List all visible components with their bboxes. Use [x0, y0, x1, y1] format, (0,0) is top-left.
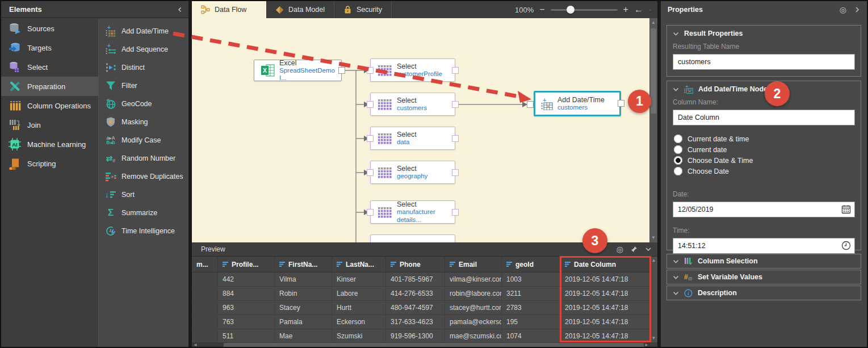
tool-item-remove-duplicates[interactable]: Remove Duplicates [99, 167, 188, 186]
column-header[interactable]: LastNa... [332, 257, 386, 272]
sidebar-item-machine-learning[interactable]: AI Machine Learning [1, 135, 98, 154]
preview-horizontal-scrollbar[interactable]: ◄ ► [192, 342, 650, 348]
tool-item-time-intelligence[interactable]: Time Intelligence [99, 222, 188, 240]
section-set-variable-values[interactable]: #@ Set Variable Values [666, 270, 861, 284]
zoom-in-button[interactable]: + [623, 5, 628, 14]
radio-circle-selected[interactable] [674, 156, 682, 165]
scroll-up-icon[interactable]: ▲ [650, 257, 657, 264]
sidebar-item-select[interactable]: Select [1, 57, 98, 77]
radio-circle[interactable] [674, 167, 682, 175]
scroll-left-icon[interactable]: ◄ [193, 342, 198, 348]
calendar-icon[interactable] [841, 204, 851, 214]
node-select-customers[interactable]: Select customers [370, 93, 455, 116]
scroll-right-icon[interactable]: ► [644, 342, 649, 348]
chevron-down-icon [673, 87, 679, 92]
port-output[interactable] [452, 101, 459, 108]
hscroll-thumb[interactable] [224, 343, 644, 347]
tool-item-modify-case[interactable]: a▸AB◂b Modify Case [99, 131, 188, 149]
preview-vertical-scrollbar[interactable]: ▲ ▼ [650, 257, 657, 342]
scroll-down-icon[interactable]: ▼ [649, 234, 657, 241]
port-input[interactable] [367, 67, 374, 74]
section-header-result-properties[interactable]: Result Properties [667, 26, 861, 41]
node-excel-source[interactable]: X Excel SpreadSheetDemo I... [254, 60, 342, 81]
sidebar-item-scripting[interactable]: Scripting [1, 154, 98, 173]
radio-circle[interactable] [674, 135, 682, 143]
tool-item-sort[interactable]: ↓ Sort [99, 186, 188, 204]
column-header[interactable]: FirstNa... [275, 257, 332, 272]
pin-icon[interactable] [631, 246, 638, 253]
cell: Eckerson [332, 315, 386, 329]
scroll-down-icon[interactable]: ▼ [650, 335, 657, 342]
port-output[interactable] [452, 169, 459, 176]
sidebar-item-column-operations[interactable]: Column Operations [1, 96, 98, 115]
collapse-preview-icon[interactable] [645, 246, 652, 252]
canvas-scrollbar-thumb[interactable] [651, 28, 656, 114]
section-description[interactable]: i Description [666, 286, 861, 300]
scroll-up-icon[interactable]: ▲ [649, 19, 657, 26]
zoom-slider[interactable] [551, 9, 618, 11]
node-select-geography[interactable]: Select geography [370, 161, 455, 184]
column-header[interactable]: Profile... [218, 257, 275, 272]
dataflow-canvas[interactable]: X Excel SpreadSheetDemo I... Select cust… [192, 18, 657, 242]
section-header-add-datetime-node[interactable]: + Add Date/Time Node [667, 81, 861, 97]
tool-item-add-datetime[interactable]: + Add Date/Time [99, 22, 188, 40]
port-input[interactable] [367, 209, 374, 216]
port-adddt-output[interactable] [618, 100, 624, 107]
column-header[interactable]: geoId [502, 257, 560, 272]
radio-current-date[interactable]: Current date [674, 145, 861, 154]
tab-security[interactable]: Security [334, 1, 392, 18]
node-add-datetime[interactable]: + Add Date/Time customers [534, 91, 621, 116]
properties-watch-icon[interactable]: ◎ [840, 6, 846, 14]
port-input[interactable] [367, 169, 374, 176]
tool-item-distinct[interactable]: Distinct [99, 58, 188, 77]
cell [192, 315, 218, 329]
tool-item-summarize[interactable]: Σ Summarize [99, 204, 188, 222]
column-header[interactable]: m... [192, 257, 218, 272]
column-header[interactable]: Phone [386, 257, 445, 272]
radio-choose-date-time[interactable]: Choose Date & Time [674, 156, 861, 165]
port-output[interactable] [452, 67, 459, 74]
port-input[interactable] [367, 135, 374, 142]
port-excel-output[interactable] [338, 67, 345, 74]
section-column-selection[interactable]: ✓ Column Selection [666, 254, 861, 269]
tab-data-model[interactable]: Data Model [266, 1, 334, 18]
radio-circle[interactable] [674, 145, 682, 154]
sidebar-item-targets[interactable]: Targets [1, 38, 98, 57]
tool-item-masking[interactable]: Masking [99, 113, 188, 131]
column-name-input[interactable]: Date Column [673, 110, 855, 125]
tool-item-label: Distinct [121, 64, 145, 72]
select-grid-icon [378, 132, 392, 145]
port-output[interactable] [452, 135, 459, 142]
resulting-table-name-input[interactable]: customers [673, 54, 855, 70]
time-input[interactable]: 14:51:12 [673, 238, 855, 254]
zoom-slider-thumb[interactable] [567, 6, 575, 14]
radio-choose-date[interactable]: Choose Date [674, 167, 861, 175]
collapse-properties-icon[interactable] [854, 6, 860, 13]
radio-current-date-time[interactable]: Current date & time [674, 135, 861, 143]
zoom-out-button[interactable]: − [539, 5, 544, 14]
sidebar-item-sources[interactable]: Sources [1, 19, 98, 38]
cell: Mae [275, 329, 332, 343]
node-select-customerprofile[interactable]: Select customerProfile [370, 58, 455, 82]
sidebar-item-preparation[interactable]: Preparation [1, 77, 98, 96]
port-adddt-input[interactable] [527, 101, 534, 108]
tool-item-add-sequence[interactable]: + Add Sequence [99, 40, 188, 58]
port-input[interactable] [367, 101, 374, 108]
canvas-vertical-scrollbar[interactable]: ▲ ▼ [649, 18, 657, 242]
clock-icon[interactable] [841, 241, 851, 250]
node-select-manufacturer-details[interactable]: Select manufacturer details... [370, 200, 455, 224]
back-arrow-button[interactable]: ← [634, 5, 643, 15]
sidebar-item-join[interactable]: Join [1, 115, 98, 135]
node-select-data[interactable]: Select data [370, 127, 455, 150]
port-output[interactable] [452, 209, 459, 216]
date-input[interactable]: 12/05/2019 [673, 202, 855, 217]
tool-item-geocode[interactable]: GeoCode [99, 95, 188, 113]
node-select-clipped[interactable] [370, 234, 455, 242]
collapse-panel-icon[interactable] [177, 7, 183, 12]
preview-watch-icon[interactable]: ◎ [617, 245, 623, 253]
column-header[interactable]: Email [445, 257, 502, 272]
tool-item-random-number[interactable]: ⇄# Random Number [99, 149, 188, 167]
tab-data-flow[interactable]: Data Flow [192, 1, 266, 18]
tool-item-filter[interactable]: Filter [99, 77, 188, 95]
column-header-date-column[interactable]: Date Column [560, 257, 650, 272]
